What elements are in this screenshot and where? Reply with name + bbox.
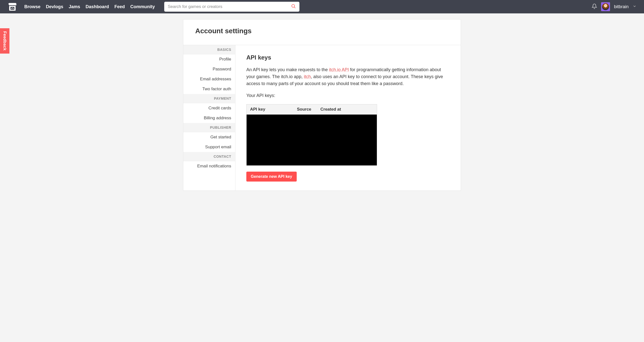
sidebar-item-email-notifications[interactable]: Email notifications bbox=[183, 161, 235, 171]
nav-community[interactable]: Community bbox=[130, 4, 155, 10]
your-keys-label: Your API keys: bbox=[246, 92, 450, 99]
itchio-api-link[interactable]: itch.io API bbox=[329, 67, 349, 72]
nav-links: Browse Devlogs Jams Dashboard Feed Commu… bbox=[24, 4, 155, 10]
nav-feed[interactable]: Feed bbox=[114, 4, 125, 10]
content-area: API keys An API key lets you make reques… bbox=[236, 45, 461, 190]
user-menu-chevron-icon[interactable] bbox=[632, 4, 636, 9]
col-source: Source bbox=[294, 104, 317, 114]
sidebar-section-contact: CONTACT bbox=[183, 152, 235, 161]
notifications-icon[interactable] bbox=[592, 4, 597, 10]
sidebar-item-password[interactable]: Password bbox=[183, 64, 235, 74]
username[interactable]: bitbrain bbox=[614, 4, 628, 10]
svg-rect-1 bbox=[12, 8, 13, 8]
nav-browse[interactable]: Browse bbox=[24, 4, 40, 10]
api-keys-redacted bbox=[246, 114, 377, 166]
sidebar-section-publisher: PUBLISHER bbox=[183, 123, 235, 132]
site-logo[interactable] bbox=[8, 2, 17, 11]
col-created-at: Created at bbox=[317, 104, 377, 114]
page-title: Account settings bbox=[195, 27, 449, 35]
svg-rect-3 bbox=[13, 8, 14, 9]
avatar[interactable] bbox=[601, 2, 610, 11]
sidebar-item-support-email[interactable]: Support email bbox=[183, 142, 235, 152]
nav-jams[interactable]: Jams bbox=[69, 4, 80, 10]
settings-sidebar: BASICS Profile Password Email addresses … bbox=[183, 45, 236, 190]
top-navigation: Browse Devlogs Jams Dashboard Feed Commu… bbox=[0, 0, 644, 14]
sidebar-section-payment: PAYMENT bbox=[183, 94, 235, 103]
api-intro-paragraph: An API key lets you make requests to the… bbox=[246, 66, 450, 87]
sidebar-item-credit-cards[interactable]: Credit cards bbox=[183, 103, 235, 113]
col-api-key: API key bbox=[246, 104, 294, 114]
sidebar-section-basics: BASICS bbox=[183, 45, 235, 54]
svg-point-4 bbox=[292, 4, 295, 8]
sidebar-item-two-factor-auth[interactable]: Two factor auth bbox=[183, 84, 235, 94]
generate-api-key-button[interactable]: Generate new API key bbox=[246, 172, 297, 182]
user-nav: bitbrain bbox=[592, 2, 636, 11]
page-header: Account settings bbox=[183, 20, 461, 45]
feedback-tab[interactable]: Feedback bbox=[0, 28, 10, 54]
sidebar-item-email-addresses[interactable]: Email addresses bbox=[183, 74, 235, 84]
svg-line-5 bbox=[294, 7, 295, 8]
search-container bbox=[164, 2, 300, 12]
content-heading: API keys bbox=[246, 54, 450, 61]
svg-rect-2 bbox=[11, 8, 12, 9]
api-keys-table: API key Source Created at bbox=[246, 104, 377, 166]
search-icon[interactable] bbox=[291, 4, 296, 10]
nav-devlogs[interactable]: Devlogs bbox=[46, 4, 63, 10]
settings-page: Account settings BASICS Profile Password… bbox=[183, 19, 461, 191]
itch-app-link[interactable]: itch bbox=[304, 74, 311, 79]
sidebar-item-get-started[interactable]: Get started bbox=[183, 132, 235, 142]
search-input[interactable] bbox=[168, 4, 289, 9]
nav-dashboard[interactable]: Dashboard bbox=[86, 4, 109, 10]
sidebar-item-billing-address[interactable]: Billing address bbox=[183, 113, 235, 123]
sidebar-item-profile[interactable]: Profile bbox=[183, 54, 235, 64]
